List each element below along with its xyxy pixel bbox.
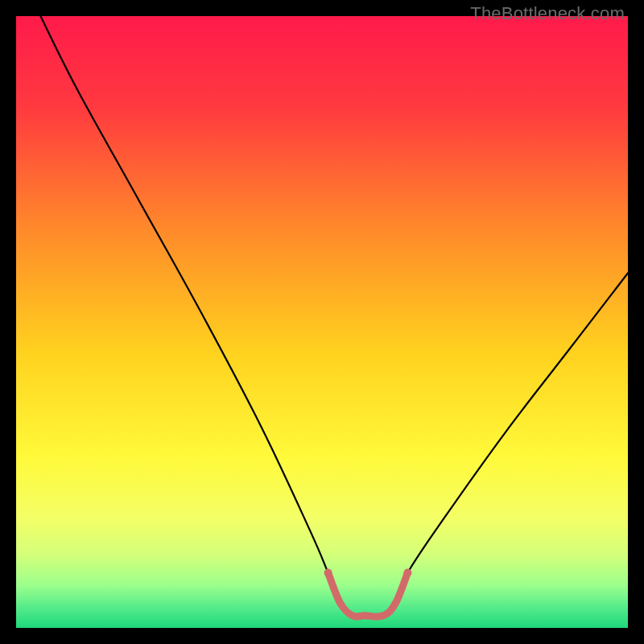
highlight-start-dot [324, 569, 332, 577]
chart-frame: TheBottleneck.com [0, 0, 644, 644]
watermark-text: TheBottleneck.com [470, 3, 625, 24]
highlight-end-dot [403, 569, 411, 577]
plot-area [16, 16, 628, 628]
optimal-range-highlight [328, 573, 408, 617]
curve-layer [16, 16, 628, 628]
bottleneck-curve [40, 16, 628, 617]
